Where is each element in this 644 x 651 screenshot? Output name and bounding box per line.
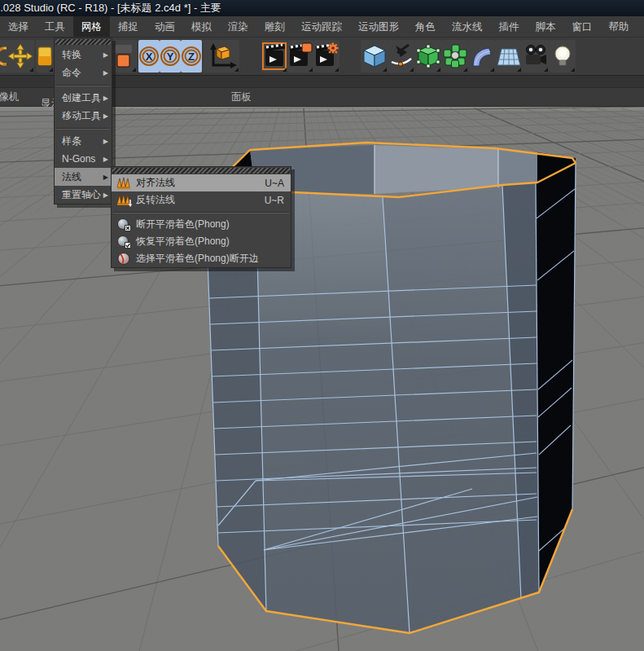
menu-character[interactable]: 角色	[407, 16, 444, 37]
gear-glyph	[328, 43, 339, 54]
move-tool-icon[interactable]	[7, 40, 34, 73]
inner-wall-right	[498, 149, 537, 187]
mesh-menu-spline[interactable]: 样条▶	[55, 132, 112, 150]
render-picture-viewer-icon[interactable]	[287, 40, 313, 73]
lock-z-axis-button[interactable]: Z	[181, 40, 202, 73]
menu-simulate[interactable]: 模拟	[183, 16, 220, 37]
menu-help[interactable]: 帮助	[601, 16, 637, 37]
restore-phong-shading-icon	[116, 235, 133, 249]
select-phong-breaks-icon	[116, 252, 133, 266]
light-object-icon[interactable]	[549, 40, 576, 73]
align-normals-icon	[116, 176, 133, 190]
axis-z-label: Z	[188, 51, 195, 63]
mesh-menu-move-tools[interactable]: 移动工具▶	[55, 107, 112, 125]
axis-y-label: Y	[167, 51, 174, 63]
submenu-arrow-icon: ▶	[103, 174, 108, 181]
menu-script[interactable]: 脚本	[528, 16, 564, 37]
render-settings-icon[interactable]	[313, 40, 340, 73]
array-generator-icon[interactable]	[441, 40, 468, 73]
normals-submenu: 对齐法线 U~A 反转法线 U~R 断开平滑着色(Phong) 恢复平滑着色(P…	[111, 166, 291, 268]
axis-x-label: X	[146, 51, 153, 63]
submenu-reverse-normals[interactable]: 反转法线 U~R	[112, 191, 291, 209]
submenu-arrow-icon: ▶	[103, 191, 108, 199]
scale-tool-icon[interactable]	[36, 40, 54, 73]
menu-pipeline[interactable]: 流水线	[444, 16, 491, 37]
menu-tools[interactable]: 工具	[37, 16, 73, 37]
primitive-cube-icon[interactable]	[361, 40, 388, 73]
spline-pen-icon[interactable]	[388, 40, 414, 73]
render-view-icon[interactable]	[261, 40, 287, 73]
submenu-arrow-icon: ▶	[103, 112, 108, 120]
subdivision-surface-icon[interactable]	[414, 40, 441, 73]
submenu-arrow-icon: ▶	[103, 138, 108, 145]
mesh-menu-convert[interactable]: 转换▶	[55, 46, 112, 64]
submenu-align-normals[interactable]: 对齐法线 U~A	[112, 174, 291, 191]
reverse-normals-icon	[116, 193, 133, 207]
mesh-menu-commands[interactable]: 命令▶	[55, 64, 112, 81]
window-titlebar[interactable]: 8.028 Studio (RC - R18) - [未标题 2.c4d *] …	[0, 0, 644, 16]
mesh-menu-reset-axis[interactable]: 重置轴心▶	[55, 186, 112, 204]
menu-mograph[interactable]: 运动图形	[350, 16, 407, 37]
coordinate-system-icon[interactable]	[204, 40, 239, 73]
lock-x-axis-button[interactable]: X	[138, 40, 160, 73]
mesh-menu-normals[interactable]: 法线▶	[55, 168, 112, 186]
menu-render[interactable]: 渲染	[220, 16, 256, 37]
lock-y-axis-button[interactable]: Y	[160, 40, 181, 73]
menu-window[interactable]: 窗口	[564, 16, 601, 37]
bend-deformer-icon[interactable]	[468, 40, 495, 73]
menu-separator	[113, 212, 289, 213]
submenu-arrow-icon: ▶	[103, 69, 108, 77]
break-phong-shading-icon	[116, 218, 133, 231]
cube-glyph	[362, 44, 387, 68]
window-title: 8.028 Studio (RC - R18) - [未标题 2.c4d *] …	[0, 0, 221, 16]
menu-select[interactable]: 选择	[0, 16, 37, 37]
menu-snap[interactable]: 捕捉	[110, 16, 147, 37]
mesh-menu-ngons[interactable]: N-Gons▶	[55, 150, 112, 168]
menu-tearoff-handle[interactable]	[55, 39, 111, 45]
menu-plugins[interactable]: 插件	[491, 16, 528, 37]
menu-animate[interactable]: 动画	[147, 16, 183, 37]
menu-separator	[56, 85, 110, 86]
menu-mesh[interactable]: 网格	[73, 16, 110, 37]
shortcut-label: U~A	[265, 178, 284, 189]
submenu-arrow-icon: ▶	[103, 156, 108, 163]
viewport-menu-panel[interactable]: 面板	[231, 88, 252, 107]
workplane-tool-icon[interactable]	[111, 40, 137, 73]
menu-tearoff-handle[interactable]	[112, 168, 290, 174]
shortcut-label: U~R	[265, 195, 284, 206]
main-menubar: 选择 工具 网格 捕捉 动画 模拟 渲染 雕刻 运动跟踪 运动图形 角色 流水线…	[0, 16, 644, 37]
floor-object-icon[interactable]	[495, 40, 522, 73]
inner-wall-center	[375, 145, 498, 194]
mesh-menu-create-tools[interactable]: 创建工具▶	[55, 89, 112, 107]
submenu-arrow-icon: ▶	[103, 51, 108, 59]
camera-object-icon[interactable]	[522, 40, 549, 73]
mesh-dropdown-menu: 转换▶ 命令▶ 创建工具▶ 移动工具▶ 样条▶ N-Gons▶ 法线▶ 重置轴心…	[54, 37, 112, 205]
viewport-menu-camera[interactable]: 摄像机	[0, 88, 20, 107]
menu-sculpt[interactable]: 雕刻	[256, 16, 293, 37]
submenu-select-phong-break-edges[interactable]: 选择平滑着色(Phong)断开边	[112, 250, 291, 267]
flipped-normal-face-right	[536, 163, 576, 592]
submenu-break-phong-shading[interactable]: 断开平滑着色(Phong)	[112, 216, 291, 233]
menu-separator	[56, 128, 110, 129]
menu-motion-tracker[interactable]: 运动跟踪	[293, 16, 350, 37]
submenu-arrow-icon: ▶	[103, 95, 108, 102]
submenu-restore-phong-shading[interactable]: 恢复平滑着色(Phong)	[112, 233, 291, 250]
